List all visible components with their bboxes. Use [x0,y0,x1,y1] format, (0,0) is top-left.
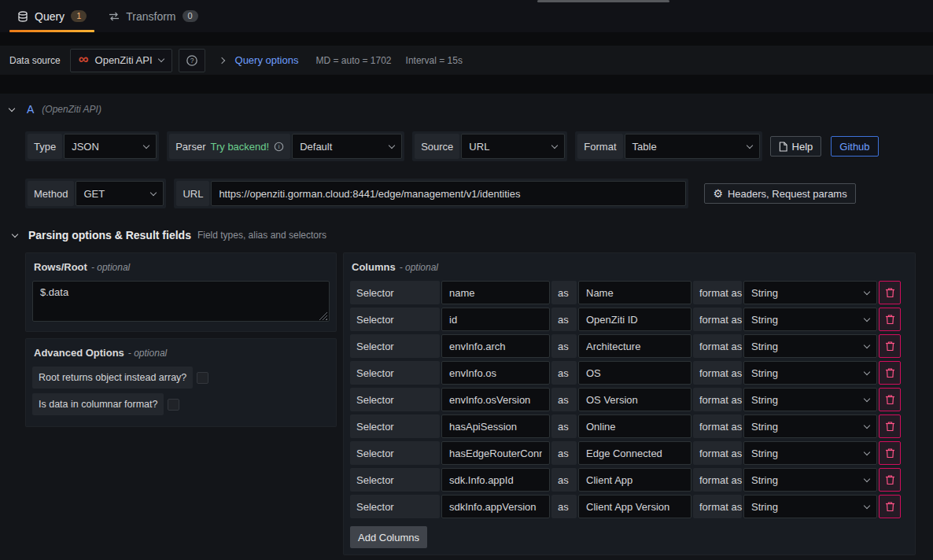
alias-input[interactable] [578,468,691,492]
selector-input[interactable] [441,281,550,304]
as-label: as [551,468,577,492]
query-editor-body: A (OpenZiti API) Type JSON Parser Try ba… [0,94,933,560]
column-row: Selector as format as String [350,308,909,331]
as-label: as [551,441,577,465]
column-format-select[interactable]: String [743,361,877,385]
alias-input[interactable] [578,308,691,331]
rows-root-input[interactable]: $.data [32,281,330,322]
delete-column-button[interactable] [879,308,901,331]
help-button[interactable]: Help [770,136,822,157]
alias-input[interactable] [578,361,691,385]
tab-query-label: Query [35,10,65,23]
url-field-group: URL [174,179,688,208]
selector-label: Selector [350,281,440,304]
type-select[interactable]: JSON [64,134,157,159]
column-format-select[interactable]: String [743,495,877,518]
transform-icon [109,11,120,22]
column-format-select[interactable]: String [743,308,877,331]
parsing-section-header[interactable]: Parsing options & Result fields Field ty… [13,229,933,241]
source-select[interactable]: URL [461,134,565,159]
trash-icon [885,367,895,378]
column-row: Selector as format as String [350,441,909,465]
columns-panel: Columns- optional Selector as format as … [343,252,916,555]
openziti-datasource-icon: ∞ [79,52,89,66]
selector-input[interactable] [441,495,550,518]
format-label: Format [577,134,622,159]
column-format-select[interactable]: String [743,388,877,411]
tab-transform[interactable]: Transform 0 [98,0,208,32]
chevron-right-icon [218,57,224,63]
column-row: Selector as format as String [350,281,909,304]
github-button[interactable]: Github [831,136,878,157]
alias-input[interactable] [578,334,691,358]
selector-input[interactable] [441,414,550,438]
trash-icon [885,314,895,325]
format-as-label: format as [693,281,742,304]
column-format-select[interactable]: String [743,281,877,304]
format-as-label: format as [693,414,742,438]
max-data-points-text: MD = auto = 1702 [315,55,391,66]
method-select[interactable]: GET [76,181,164,206]
root-returns-object-checkbox[interactable] [197,372,208,384]
datasource-picker[interactable]: ∞ OpenZiti API [70,49,172,72]
alias-input[interactable] [578,281,691,304]
delete-column-button[interactable] [879,495,901,518]
column-format-select[interactable]: String [743,468,877,492]
headers-request-params-button[interactable]: ⚙ Headers, Request params [704,183,855,204]
selector-input[interactable] [441,308,550,331]
alias-input[interactable] [578,495,691,518]
column-format-select[interactable]: String [743,414,877,438]
delete-column-button[interactable] [879,334,901,358]
delete-column-button[interactable] [879,441,901,465]
collapse-query-chevron-icon[interactable] [9,105,15,111]
column-format-value: String [751,394,778,406]
alias-input[interactable] [578,414,691,438]
delete-column-button[interactable] [879,388,901,411]
column-format-value: String [751,367,778,379]
parser-select[interactable]: Default [292,134,402,159]
query-options-toggle[interactable]: Query options [235,54,299,66]
add-columns-button[interactable]: Add Columns [350,526,427,548]
column-row: Selector as format as String [350,334,909,358]
datasource-help-button[interactable]: ? [179,49,205,72]
delete-column-button[interactable] [879,414,901,438]
datasource-picker-value: OpenZiti API [95,54,153,66]
tab-query[interactable]: Query 1 [6,0,98,32]
selector-input[interactable] [441,441,550,465]
selector-input[interactable] [441,361,550,385]
columnar-format-label: Is data in columnar format? [32,393,164,415]
as-label: as [551,495,577,518]
column-format-select[interactable]: String [743,441,877,465]
chevron-down-icon [864,395,870,401]
alias-input[interactable] [578,388,691,411]
chevron-down-icon [143,142,149,148]
selector-input[interactable] [441,468,550,492]
columnar-format-checkbox[interactable] [168,399,179,411]
columns-title: Columns- optional [352,261,909,273]
selector-input[interactable] [441,388,550,411]
column-format-value: String [751,474,778,486]
chevron-down-icon [746,142,752,148]
parsing-section-subtitle: Field types, alias and selectors [197,230,326,241]
query-datasource-hint: (OpenZiti API) [42,104,101,115]
parser-field-group: Parser Try backend! i Default [167,131,404,161]
alias-input[interactable] [578,441,691,465]
delete-column-button[interactable] [879,361,901,385]
rows-root-panel: Rows/Root- optional $.data [25,252,337,332]
url-label: URL [176,181,209,206]
url-input[interactable] [211,181,686,206]
selector-input[interactable] [441,334,550,358]
chevron-down-icon [864,475,870,481]
selector-label: Selector [350,334,440,358]
parsing-panels: Rows/Root- optional $.data Advanced Opti… [0,252,933,555]
delete-column-button[interactable] [879,468,901,492]
column-format-value: String [751,287,778,299]
format-select[interactable]: Table [625,134,760,159]
delete-column-button[interactable] [879,281,901,304]
top-divider-line [537,0,669,2]
as-label: as [551,414,577,438]
column-format-select[interactable]: String [743,334,877,358]
selector-label: Selector [350,441,440,465]
query-options-row: Type JSON Parser Try backend! i Default [25,131,862,161]
chevron-down-icon [551,142,558,148]
